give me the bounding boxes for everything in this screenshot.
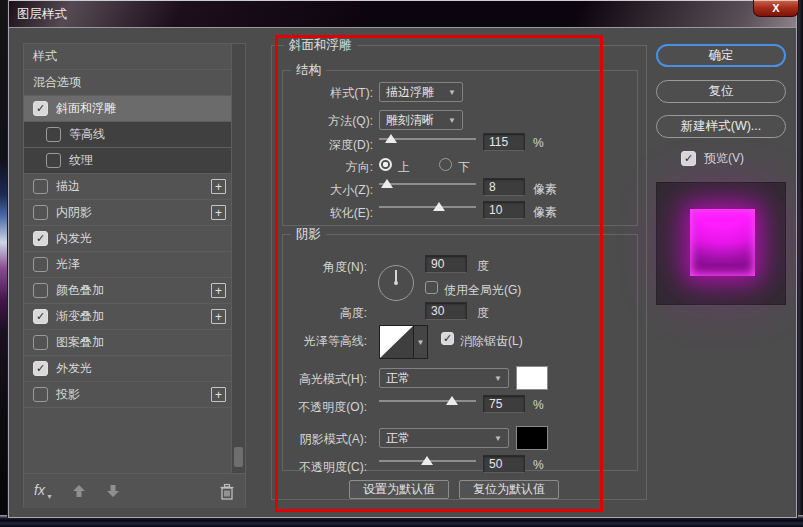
angle-value-input[interactable]: 90 (425, 255, 467, 273)
checkbox-checked-icon[interactable]: ✓ (33, 309, 48, 324)
sidebar-item-drop-shadow[interactable]: 投影 + (24, 382, 232, 408)
sidebar-item-gradient-overlay[interactable]: ✓ 渐变叠加 + (24, 304, 232, 330)
checkbox-unchecked-icon[interactable] (33, 179, 48, 194)
shadow-opacity-slider[interactable] (379, 455, 476, 467)
add-instance-icon[interactable]: + (211, 387, 226, 402)
add-instance-icon[interactable]: + (211, 205, 226, 220)
preview-toggle[interactable]: ✓ 预览(V) (681, 150, 744, 167)
altitude-value-input[interactable]: 30 (425, 302, 467, 320)
shadow-mode-label: 阴影模式(A): (279, 431, 367, 448)
depth-slider[interactable] (379, 133, 476, 145)
checkbox-unchecked-icon[interactable] (33, 205, 48, 220)
add-instance-icon[interactable]: + (211, 283, 226, 298)
checkbox-unchecked-icon[interactable] (33, 283, 48, 298)
shadow-opacity-input[interactable]: 50 (483, 455, 525, 473)
preview-checkbox[interactable]: ✓ (681, 151, 696, 166)
highlight-opacity-slider[interactable] (379, 395, 476, 407)
close-icon: X (772, 2, 779, 14)
sidebar-item-styles[interactable]: 样式 (24, 44, 232, 70)
contour-swatch[interactable] (379, 325, 414, 359)
add-instance-icon[interactable]: + (211, 179, 226, 194)
size-slider[interactable] (379, 178, 476, 190)
depth-slider-thumb[interactable] (385, 134, 397, 143)
highlight-opacity-label: 不透明度(O): (279, 399, 367, 416)
shadow-color-swatch[interactable] (516, 426, 548, 450)
ok-button[interactable]: 确定 (656, 44, 786, 67)
move-effect-up-button[interactable] (71, 483, 87, 499)
size-value-input[interactable]: 8 (483, 178, 525, 196)
checkbox-checked-icon[interactable]: ✓ (33, 231, 48, 246)
shadow-mode-select[interactable]: 正常 ▼ (379, 428, 509, 448)
arrow-up-icon (71, 483, 87, 499)
sidebar-scrollbar[interactable] (231, 44, 245, 473)
sidebar-footer-toolbar: fx▼ (24, 473, 245, 508)
reset-default-button[interactable]: 复位为默认值 (459, 480, 559, 499)
checkbox-unchecked-icon[interactable] (46, 153, 61, 168)
direction-up-label: 上 (398, 159, 410, 176)
altitude-unit: 度 (477, 305, 489, 322)
style-preview-thumbnail (656, 182, 786, 305)
size-label: 大小(Z): (285, 182, 373, 199)
style-select[interactable]: 描边浮雕 ▼ (379, 82, 463, 102)
preview-label: 预览(V) (704, 150, 744, 167)
structure-group-title: 结构 (291, 62, 326, 79)
new-style-button[interactable]: 新建样式(W)... (656, 115, 786, 138)
sidebar-item-color-overlay[interactable]: 颜色叠加 + (24, 278, 232, 304)
set-default-button[interactable]: 设置为默认值 (349, 480, 449, 499)
sidebar-item-satin[interactable]: 光泽 (24, 252, 232, 278)
effects-list: 样式 混合选项 ✓ 斜面和浮雕 等高线 纹理 (24, 44, 232, 408)
sidebar-item-outer-glow[interactable]: ✓ 外发光 (24, 356, 232, 382)
linear-contour-icon (380, 326, 413, 358)
checkbox-unchecked-icon[interactable] (46, 127, 61, 142)
antialias-checkbox[interactable]: ✓ (441, 332, 454, 345)
chevron-down-icon: ▼ (442, 116, 456, 125)
angle-dial[interactable] (378, 265, 414, 301)
highlight-color-swatch[interactable] (516, 366, 548, 390)
checkbox-checked-icon[interactable]: ✓ (33, 361, 48, 376)
direction-down-label: 下 (458, 159, 470, 176)
highlight-mode-select[interactable]: 正常 ▼ (379, 368, 509, 388)
shadow-opacity-label: 不透明度(C): (279, 459, 367, 476)
soften-unit: 像素 (533, 204, 557, 221)
close-button[interactable]: X (753, 0, 799, 17)
technique-select[interactable]: 雕刻清晰 ▼ (379, 110, 463, 130)
highlight-opacity-input[interactable]: 75 (483, 395, 525, 413)
sidebar-item-pattern-overlay[interactable]: 图案叠加 (24, 330, 232, 356)
add-instance-icon[interactable]: + (211, 309, 226, 324)
sidebar-item-contour[interactable]: 等高线 (24, 122, 232, 148)
checkbox-unchecked-icon[interactable] (33, 257, 48, 272)
direction-down-radio[interactable] (439, 158, 452, 171)
sidebar-scrollbar-thumb[interactable] (234, 447, 243, 467)
gloss-contour-picker[interactable]: ▼ (379, 325, 428, 359)
checkbox-unchecked-icon[interactable] (33, 387, 48, 402)
fx-menu-button[interactable]: fx▼ (34, 482, 53, 500)
size-slider-thumb[interactable] (381, 179, 393, 188)
reset-button[interactable]: 复位 (656, 80, 786, 103)
depth-value-input[interactable]: 115 (483, 133, 525, 151)
contour-dropdown-button[interactable]: ▼ (414, 325, 428, 359)
soften-value-input[interactable]: 10 (483, 201, 525, 219)
style-label: 样式(T): (285, 85, 373, 102)
global-light-label: 使用全局光(G) (444, 282, 521, 299)
angle-unit: 度 (477, 258, 489, 275)
sidebar-item-stroke[interactable]: 描边 + (24, 174, 232, 200)
highlight-opacity-thumb[interactable] (446, 396, 458, 405)
sidebar-item-inner-shadow[interactable]: 内阴影 + (24, 200, 232, 226)
size-unit: 像素 (533, 181, 557, 198)
sidebar-item-texture[interactable]: 纹理 (24, 148, 232, 174)
shadow-opacity-thumb[interactable] (421, 456, 433, 465)
soften-slider-thumb[interactable] (433, 202, 445, 211)
sidebar-item-bevel-emboss[interactable]: ✓ 斜面和浮雕 (24, 96, 232, 122)
preview-neon-square (690, 209, 755, 276)
global-light-checkbox[interactable] (425, 281, 438, 294)
checkbox-checked-icon[interactable]: ✓ (33, 101, 48, 116)
delete-effect-button[interactable] (219, 483, 235, 500)
sidebar-item-blending-options[interactable]: 混合选项 (24, 70, 232, 96)
move-effect-down-button[interactable] (105, 483, 121, 499)
direction-up-radio[interactable] (379, 158, 392, 171)
sidebar-item-inner-glow[interactable]: ✓ 内发光 (24, 226, 232, 252)
titlebar[interactable]: 图层样式 X (9, 0, 796, 28)
soften-slider[interactable] (379, 201, 476, 213)
gloss-contour-label: 光泽等高线: (279, 333, 367, 350)
checkbox-unchecked-icon[interactable] (33, 335, 48, 350)
